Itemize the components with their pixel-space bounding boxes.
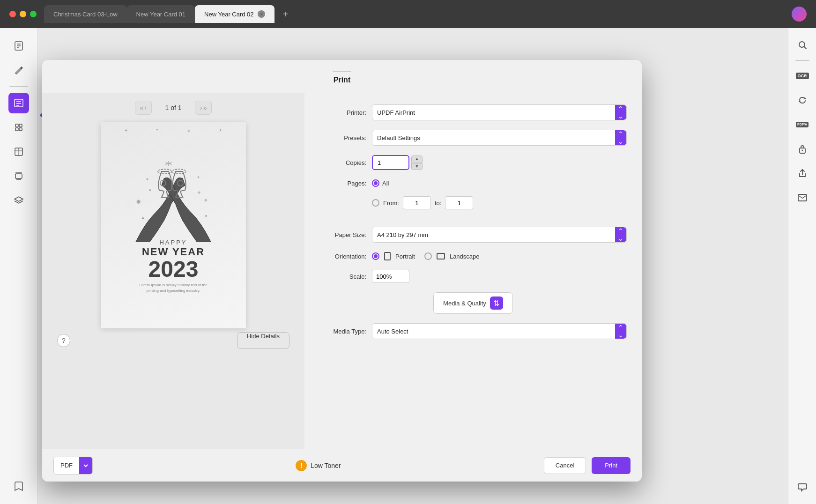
new-tab-button[interactable]: + [278, 7, 293, 22]
pdf-dropdown-button[interactable] [79, 457, 92, 474]
page-indicator: 1 of 1 [159, 104, 187, 111]
copies-increment-button[interactable]: ▲ [411, 156, 423, 163]
traffic-lights [4, 11, 37, 17]
search-icon[interactable] [793, 36, 812, 54]
media-quality-label: Media & Quality [443, 300, 486, 307]
scale-control: 100% [372, 270, 627, 283]
pages-to-input[interactable] [445, 196, 473, 209]
first-page-button[interactable]: « ‹ [135, 101, 152, 115]
main-content: Print « ‹ 1 of 1 › » [0, 28, 816, 504]
papersize-arrow-icon[interactable]: ⌃⌄ [615, 227, 626, 242]
help-button[interactable]: ? [57, 334, 70, 347]
pages-all-label: All [382, 180, 389, 187]
print-dialog: Print « ‹ 1 of 1 › » [42, 60, 642, 482]
convert-icon[interactable] [793, 91, 812, 110]
pdfa-icon[interactable]: PDF/A [793, 115, 812, 134]
tab-close-button[interactable]: ✕ [258, 10, 265, 18]
media-type-control: Auto Select ⌃⌄ [372, 323, 627, 339]
svg-point-31 [198, 192, 200, 194]
copies-control: 1 ▲ ▼ [372, 155, 627, 170]
orientation-portrait-radio[interactable] [372, 252, 379, 260]
chevron-icon: ⌃⌄ [618, 105, 623, 120]
copies-label: Copies: [319, 159, 366, 166]
cancel-button[interactable]: Cancel [544, 457, 586, 474]
maximize-button[interactable] [30, 11, 37, 17]
tab-newyear-card-01[interactable]: New Year Card 01 [127, 5, 195, 23]
pages-range-control: From: to: [372, 196, 627, 209]
copies-row: Copies: 1 ▲ ▼ [319, 155, 627, 170]
pages-label: Pages: [319, 180, 366, 187]
to-label: to: [435, 200, 441, 207]
preview-card: ✦ ✦ ✦ ✦ [101, 122, 246, 328]
hide-details-button[interactable]: Hide Details [237, 332, 289, 349]
close-button[interactable] [9, 11, 16, 17]
sidebar-icon-stack[interactable] [8, 166, 29, 186]
media-type-arrow-icon[interactable]: ⌃⌄ [615, 324, 626, 339]
printer-value: UPDF AirPrint [372, 105, 615, 120]
last-page-icon: » [203, 104, 207, 111]
svg-point-34 [799, 42, 805, 47]
tab-bar: Christmas Card 03-Low New Year Card 01 N… [0, 0, 816, 28]
sidebar-icon-edit[interactable] [8, 93, 29, 113]
orientation-landscape-option[interactable]: Landscape [424, 252, 480, 260]
minimize-button[interactable] [20, 11, 26, 17]
secure-icon[interactable] [793, 140, 812, 158]
sidebar-icon-layers2[interactable] [8, 190, 29, 211]
preview-year-text: 2023 [148, 258, 199, 281]
sidebar-icon-book[interactable] [8, 36, 29, 56]
pages-from-radio[interactable] [372, 199, 379, 207]
page-range-wrap: From: to: [372, 196, 473, 209]
svg-point-33 [205, 215, 207, 217]
presets-select[interactable]: Default Settings ⌃⌄ [372, 130, 627, 146]
dialog-body: « ‹ 1 of 1 › » [42, 93, 642, 449]
chevron-down-icon [83, 463, 89, 468]
copies-stepper: 1 ▲ ▼ [372, 155, 423, 170]
media-type-select[interactable]: Auto Select ⌃⌄ [372, 323, 627, 339]
sidebar-icon-pen[interactable] [8, 60, 29, 81]
last-page-button[interactable]: › » [195, 101, 212, 115]
orientation-landscape-radio[interactable] [424, 252, 432, 260]
sidebar-icon-layers[interactable] [8, 117, 29, 138]
landscape-icon [437, 253, 445, 259]
orientation-row: Orientation: Portrait [319, 252, 627, 260]
pages-all-option[interactable]: All [372, 179, 389, 187]
pdf-button[interactable]: PDF [54, 457, 79, 474]
pages-from-input[interactable] [403, 196, 431, 209]
orientation-portrait-option[interactable]: Portrait [372, 252, 415, 260]
printer-arrow-icon[interactable]: ⌃⌄ [615, 105, 626, 120]
tab-christmas-card[interactable]: Christmas Card 03-Low [44, 5, 127, 23]
presets-arrow-icon[interactable]: ⌃⌄ [615, 130, 626, 145]
portrait-icon [384, 252, 391, 260]
papersize-control: A4 210 by 297 mm ⌃⌄ [372, 227, 627, 243]
orientation-label: Orientation: [319, 253, 366, 260]
chevron-icon: ⌃⌄ [618, 130, 623, 145]
mail-icon[interactable] [793, 188, 812, 207]
scale-input[interactable]: 100% [372, 270, 409, 283]
ocr-icon[interactable]: OCR [793, 67, 812, 85]
svg-rect-38 [798, 194, 807, 201]
papersize-select[interactable]: A4 210 by 297 mm ⌃⌄ [372, 227, 627, 243]
preview-navigation: « ‹ 1 of 1 › » [50, 101, 297, 115]
tab-newyear-card-02[interactable]: New Year Card 02 ✕ [195, 5, 274, 23]
portrait-label: Portrait [395, 253, 415, 260]
media-type-row: Media Type: Auto Select ⌃⌄ [319, 323, 627, 339]
low-toner-warning: ! Low Toner [98, 460, 538, 471]
sidebar-icon-table[interactable] [8, 141, 29, 162]
copies-decrement-button[interactable]: ▼ [411, 163, 423, 170]
papersize-label: Paper Size: [319, 231, 366, 238]
printer-select[interactable]: UPDF AirPrint ⌃⌄ [372, 104, 627, 120]
chat-icon[interactable] [793, 478, 812, 497]
media-quality-toggle[interactable]: Media & Quality ⇅ [433, 292, 513, 314]
print-button[interactable]: Print [592, 457, 631, 474]
share-icon[interactable] [793, 164, 812, 183]
media-type-label: Media Type: [319, 328, 366, 335]
first-page-icon: « [140, 104, 144, 111]
pages-radio-group: All [372, 179, 389, 187]
copies-input[interactable]: 1 [372, 155, 409, 170]
sidebar-icon-bookmark[interactable] [8, 476, 29, 497]
tab-label: New Year Card 02 [204, 11, 254, 18]
pages-all-radio[interactable] [372, 179, 379, 187]
preview-area: « ‹ 1 of 1 › » [42, 93, 304, 449]
prev-page-icon: ‹ [144, 104, 147, 111]
preview-footer: ? Hide Details [50, 328, 297, 353]
